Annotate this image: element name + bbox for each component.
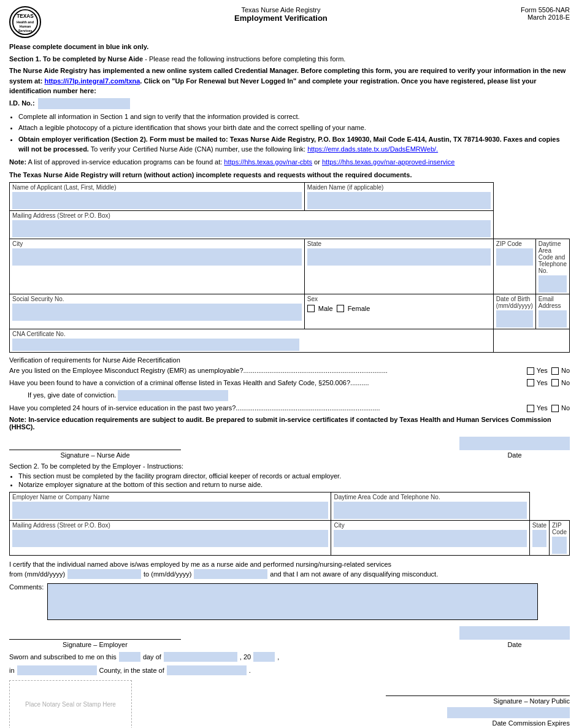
instructions-block: Please complete document in blue ink onl… [9, 42, 570, 180]
female-checkbox[interactable] [337, 305, 344, 312]
address-input[interactable] [12, 220, 491, 237]
form-date: March 2018-E [521, 13, 570, 21]
name-label: Name of Applicant (Last, First, Middle) [12, 184, 302, 191]
warning-text: The Texas Nurse Aide Registry will retur… [9, 170, 570, 180]
from-date-input[interactable] [67, 569, 141, 579]
email-input[interactable] [539, 310, 567, 328]
state-cell: State [304, 239, 493, 294]
s2-city-cell: City [331, 520, 529, 555]
q2-yes-label: Yes [537, 378, 548, 388]
s2-bullet1: This section must be completed by the fa… [18, 472, 570, 480]
verif-q1-yes-group: Yes [527, 366, 548, 375]
sworn-day-input[interactable] [119, 652, 140, 662]
sworn-year-input[interactable] [253, 652, 275, 662]
bullet1: Complete all information in Section 1 an… [18, 112, 570, 122]
date-commission-input[interactable] [447, 707, 570, 718]
q1-yes-checkbox[interactable] [527, 367, 534, 375]
employer-signature-row: Signature – Employer Date [9, 626, 570, 648]
zip-cell: ZIP Code [493, 239, 535, 294]
name-input[interactable] [12, 192, 302, 209]
q3-yes-checkbox[interactable] [527, 405, 534, 412]
q2-no-checkbox[interactable] [551, 379, 559, 386]
id-label: I.D. No.: [9, 98, 35, 109]
registry-title: Texas Nurse Aide Registry [41, 6, 521, 13]
s2-address-row: Mailing Address (Street or P.O. Box) Cit… [10, 520, 570, 555]
comments-area: Comments: [9, 583, 570, 620]
certify-text: I certify that the individual named abov… [9, 559, 570, 580]
q2-yes-checkbox[interactable] [527, 379, 534, 386]
to-date-input[interactable] [194, 569, 267, 579]
verif-q2-no-group: No [551, 378, 570, 388]
q2-no-label: No [561, 378, 570, 388]
comments-input[interactable] [47, 583, 538, 620]
link2[interactable]: https://emr.dads.state.tx.us/DadsEMRWeb/… [307, 145, 438, 153]
maiden-cell: Maiden Name (if applicable) [304, 183, 493, 211]
q3-no-checkbox[interactable] [551, 405, 559, 412]
ssn-label: Social Security No. [12, 296, 302, 302]
sworn-county-input[interactable] [17, 665, 97, 675]
state-input[interactable] [307, 248, 491, 266]
employer-date-area: Date [459, 626, 570, 648]
verif-q2-row: Have you been found to have a conviction… [9, 378, 570, 388]
employer-input[interactable] [12, 502, 328, 519]
email-label: Email Address [539, 296, 567, 309]
s2-bullet2: Notarize employer signature at the botto… [18, 481, 570, 488]
verif-q2-text: Have you been found to have a conviction… [9, 378, 527, 388]
s2-state-input[interactable] [532, 530, 546, 547]
notary-sig-label: Signature – Notary Public [144, 697, 570, 705]
bullet2: Attach a legible photocopy of a picture … [18, 123, 570, 133]
daytime-label: Daytime Area Code and Telephone No. [539, 240, 567, 274]
section1-date-input[interactable] [459, 437, 570, 450]
notary-seal: Place Notary Seal or Stamp Here [9, 680, 132, 728]
s2-daytime-input[interactable] [334, 502, 526, 519]
verif-q1-text: Are you listed on the Employee Misconduc… [9, 366, 527, 375]
dob-input[interactable] [496, 310, 533, 328]
s2-state-label: State [532, 522, 546, 529]
verif-note: Note: In-service education requirements … [9, 416, 570, 431]
link4[interactable]: https://hhs.texas.gov/nar-approved-inser… [322, 158, 454, 166]
employer-date-input[interactable] [459, 626, 570, 640]
sworn-month-input[interactable] [164, 652, 237, 662]
name-row: Name of Applicant (Last, First, Middle) … [10, 183, 570, 211]
name-cell: Name of Applicant (Last, First, Middle) [10, 183, 305, 211]
city-input[interactable] [12, 248, 302, 266]
email-cell: Email Address [535, 294, 569, 329]
q1-no-label: No [561, 366, 570, 375]
verif-q1-no-group: No [551, 366, 570, 375]
s2-city-label: City [334, 522, 526, 529]
s2-address-label: Mailing Address (Street or P.O. Box) [12, 522, 328, 529]
conviction-date-input[interactable] [118, 390, 228, 401]
sworn-text5: in [9, 667, 15, 674]
instruction-line1: Please complete document in blue ink onl… [9, 42, 570, 52]
address-row: Mailing Address (Street or P.O. Box) [10, 211, 570, 239]
instruction-line3: The Nurse Aide Registry has implemented … [9, 66, 570, 96]
sworn-state-input[interactable] [167, 665, 247, 675]
address-cell: Mailing Address (Street or P.O. Box) [10, 211, 494, 239]
maiden-input[interactable] [307, 192, 491, 209]
link3[interactable]: https://hhs.texas.gov/nar-cbts [224, 158, 312, 166]
s2-address-input[interactable] [12, 530, 328, 547]
ssn-input[interactable] [12, 304, 302, 321]
svg-text:Health and: Health and [17, 20, 34, 24]
id-row: I.D. No.: [9, 98, 570, 109]
dob-label: Date of Birth (mm/dd/yyyy) [496, 296, 533, 309]
sworn-text2: day of [143, 653, 161, 661]
q3-yes-label: Yes [537, 404, 548, 413]
sig-line-bar [9, 450, 181, 450]
s2-zip-label: ZIP Code [552, 522, 567, 535]
cna-row: CNA Certificate No. [10, 329, 570, 353]
s2-zip-input[interactable] [552, 537, 567, 554]
maiden-label: Maiden Name (if applicable) [307, 184, 491, 191]
q1-no-checkbox[interactable] [551, 367, 559, 375]
zip-input[interactable] [496, 248, 533, 266]
daytime-input[interactable] [539, 275, 567, 293]
link1[interactable]: https://i7lp.integral7.com/txna [44, 77, 140, 85]
male-checkbox[interactable] [307, 305, 315, 312]
verif-q2-sub-row: If yes, give date of conviction. [28, 390, 570, 401]
id-input[interactable] [38, 98, 130, 109]
form-info: Form 5506-NAR March 2018-E [521, 6, 570, 21]
cna-input[interactable] [12, 339, 299, 351]
s2-city-input[interactable] [334, 530, 526, 547]
verif-q1-row: Are you listed on the Employee Misconduc… [9, 366, 570, 375]
sex-options: Male Female [307, 305, 491, 312]
